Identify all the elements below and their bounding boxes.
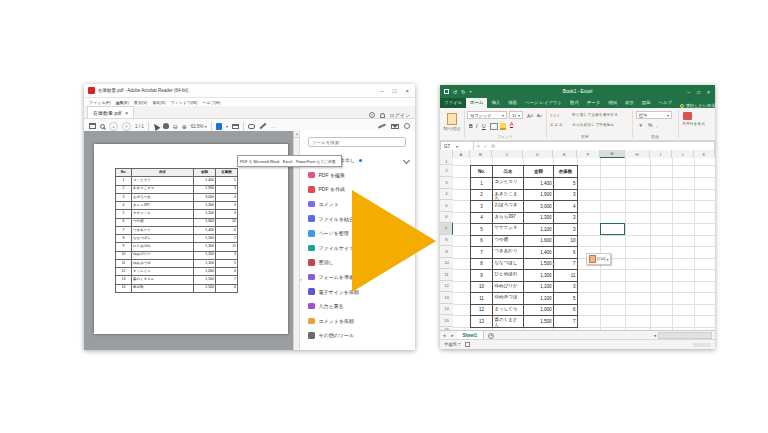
sheet-nav-left-icon[interactable]: ◂	[440, 333, 448, 338]
ribbon-tab-ホーム[interactable]: ホーム	[466, 98, 487, 108]
excel-cell[interactable]: 1,400	[524, 247, 554, 259]
excel-cell[interactable]: 4	[554, 201, 578, 213]
page-view-icon[interactable]	[216, 123, 222, 130]
excel-cell[interactable]: 8	[471, 259, 493, 271]
tools-search-input[interactable]	[308, 137, 406, 147]
merge-center-button[interactable]: セルを結合して中央揃え	[572, 122, 614, 127]
column-header-I[interactable]: I	[650, 150, 672, 158]
excel-cell[interactable]: 7	[554, 316, 578, 328]
zoom-in-icon[interactable]: ⊕	[182, 123, 187, 130]
excel-cell[interactable]: 5	[471, 224, 493, 236]
excel-cell[interactable]: おぼろづき	[493, 201, 524, 213]
excel-cell[interactable]: 1,600	[524, 236, 554, 248]
grow-font-icon[interactable]: A˄	[526, 112, 534, 120]
excel-cell[interactable]: 1,300	[524, 270, 554, 282]
share-email-icon[interactable]	[391, 124, 399, 129]
tool-item-edit-pdf[interactable]: PDF を編集	[308, 168, 411, 183]
excel-header-cell[interactable]: 品名	[493, 166, 524, 178]
bold-button[interactable]: B	[468, 122, 474, 130]
menu-item[interactable]: 署名(S)	[152, 100, 165, 105]
ribbon-tab-開発[interactable]: 開発	[638, 98, 655, 108]
hscroll-thumb[interactable]	[658, 332, 712, 339]
profile-icon[interactable]	[404, 123, 410, 129]
menu-item[interactable]: ファイル(F)	[89, 100, 110, 105]
add-sheet-icon[interactable]: +	[488, 333, 494, 339]
row-header-8[interactable]: 8	[440, 235, 453, 247]
excel-cell[interactable]: 3	[554, 190, 578, 202]
enter-icon[interactable]: ✓	[484, 144, 488, 149]
column-header-F[interactable]: F	[577, 150, 600, 158]
align-top-icons[interactable]: ≡ ≡ ≡	[550, 113, 559, 118]
page-view-caret-icon[interactable]: ▾	[226, 124, 228, 129]
percent-style-icon[interactable]: %	[648, 122, 652, 128]
row-header-10[interactable]: 10	[440, 258, 453, 270]
ribbon-tab-ファイル[interactable]: ファイル	[440, 98, 466, 108]
align-left-icons[interactable]: ≣ ≣ ≣	[550, 122, 562, 127]
excel-cell[interactable]: 1,100	[524, 224, 554, 236]
excel-cell[interactable]: 1,100	[524, 293, 554, 305]
underline-button[interactable]: U	[481, 122, 487, 130]
excel-cell[interactable]: 11	[554, 270, 578, 282]
document-tab[interactable]: 在庫数量.pdf ×	[87, 106, 134, 118]
shrink-font-icon[interactable]: A˅	[536, 112, 543, 119]
zoom-slider[interactable]	[693, 343, 711, 347]
italic-button[interactable]: I	[475, 122, 478, 130]
paste-options-button[interactable]: (Ctrl)▾	[586, 253, 611, 265]
selected-cell-G7[interactable]	[600, 223, 625, 235]
more-options-icon[interactable]: …	[271, 124, 277, 129]
excel-cell[interactable]: つや姫	[493, 236, 524, 248]
next-page-icon[interactable]: ▼	[122, 122, 131, 131]
ribbon-tab-表示[interactable]: 表示	[621, 98, 638, 108]
sheet-nav-right-icon[interactable]: ▸	[448, 333, 456, 338]
qat-customize-caret-icon[interactable]: ▾	[469, 89, 471, 94]
minimize-button[interactable]: –	[687, 89, 690, 95]
ribbon-tab-校閲[interactable]: 校閲	[604, 98, 621, 108]
cell-grid[interactable]: No.品名金額在庫数1コシヒカリ1,40052あきたこまち1,90033おぼろづ…	[453, 158, 715, 332]
column-header-H[interactable]: H	[625, 150, 650, 158]
excel-cell[interactable]: 1,900	[524, 190, 554, 202]
insert-function-icon[interactable]: fx	[491, 144, 495, 149]
row-header-9[interactable]: 9	[440, 246, 453, 258]
cancel-icon[interactable]: ×	[477, 144, 480, 149]
document-tab-close-icon[interactable]: ×	[125, 110, 128, 116]
excel-cell[interactable]: 6	[554, 247, 578, 259]
menu-item[interactable]: 編集(E)	[115, 100, 128, 105]
excel-cell[interactable]: ひとめぼれ	[493, 270, 524, 282]
excel-cell[interactable]: 12	[471, 305, 493, 317]
close-button[interactable]: ×	[707, 89, 710, 95]
comment-icon[interactable]	[248, 124, 255, 129]
row-header-15[interactable]: 15	[440, 315, 453, 327]
row-header-11[interactable]: 11	[440, 269, 453, 281]
row-header-3[interactable]: 3	[440, 177, 453, 189]
horizontal-scrollbar[interactable]: ◂	[654, 332, 712, 339]
excel-cell[interactable]: 6	[554, 305, 578, 317]
row-header-5[interactable]: 5	[440, 200, 453, 212]
close-button[interactable]: ×	[405, 88, 409, 94]
conditional-formatting-button[interactable]: 条件付き書式	[682, 122, 712, 126]
borders-icon[interactable]	[490, 123, 498, 130]
menu-item[interactable]: ウィンドウ(W)	[171, 100, 198, 105]
zoom-out-icon[interactable]: ⊖	[173, 123, 178, 130]
excel-cell[interactable]: 1,500	[524, 316, 554, 328]
font-name-dropdown[interactable]: 游ゴシック▾	[467, 111, 507, 119]
row-header-6[interactable]: 6	[440, 212, 453, 224]
column-header-J[interactable]: J	[672, 150, 694, 158]
excel-cell[interactable]: きらら397	[493, 213, 524, 225]
panel-collapse-handle[interactable]: ‹	[300, 276, 302, 282]
excel-cell[interactable]: 10	[471, 282, 493, 294]
select-tool-icon[interactable]	[151, 121, 160, 130]
undo-icon[interactable]: ↺	[453, 89, 457, 95]
excel-cell[interactable]: 5	[554, 178, 578, 190]
column-header-G[interactable]: G	[600, 150, 625, 158]
excel-cell[interactable]: 3	[554, 224, 578, 236]
excel-cell[interactable]: 1,000	[524, 305, 554, 317]
hand-tool-icon[interactable]	[163, 123, 169, 129]
ribbon-tab-挿入[interactable]: 挿入	[487, 98, 504, 108]
excel-cell[interactable]: 3	[554, 282, 578, 294]
excel-cell[interactable]: 1,500	[524, 259, 554, 271]
signature-quill-icon[interactable]	[378, 123, 386, 128]
print-icon[interactable]	[89, 123, 96, 129]
notifications-bell-icon[interactable]	[380, 113, 385, 118]
hscroll-left-icon[interactable]: ◂	[654, 333, 656, 338]
excel-cell[interactable]: まっしぐら	[493, 305, 524, 317]
